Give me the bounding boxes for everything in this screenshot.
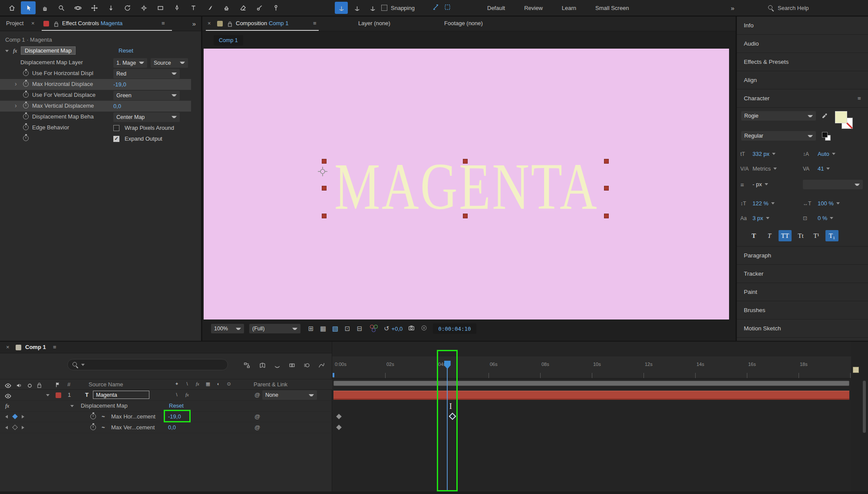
property-value[interactable]: -19,0 [168,413,181,420]
workspace-learn[interactable]: Learn [562,5,576,11]
subscript-button[interactable]: T₁ [825,230,838,241]
effect-row[interactable]: fx Displacement Map Reset [0,401,332,412]
checkbox[interactable] [113,136,119,142]
fill-stroke-swatches[interactable] [835,111,855,130]
layer-color-chip[interactable] [56,392,61,398]
tab-project[interactable]: Project [6,20,23,26]
rotation-tool[interactable] [120,1,135,14]
tab-layer[interactable]: Layer (none) [358,20,390,26]
effect-name[interactable]: Displacement Map [21,46,76,55]
stopwatch-icon[interactable] [23,70,29,76]
stopwatch-icon[interactable] [23,125,29,130]
pickwhip-icon[interactable]: @ [254,424,260,431]
effect-expander-icon[interactable] [70,405,74,407]
expander-icon[interactable]: › [15,80,17,87]
stopwatch-icon[interactable] [23,81,29,87]
clone-stamp-tool[interactable] [219,1,234,14]
source-name-column[interactable]: Source Name [89,381,123,388]
brush-tool[interactable] [202,1,217,14]
panel-audio[interactable]: Audio [737,35,868,53]
dropdown[interactable]: Green [113,91,180,100]
layer-name[interactable]: Magenta [93,391,149,399]
tab-footage[interactable]: Footage (none) [444,20,483,26]
layer-visibility-icon[interactable] [4,392,12,401]
layer-expander-icon[interactable] [46,394,50,396]
stroke-style-dropdown[interactable] [803,180,863,189]
checkbox[interactable] [113,125,119,131]
dropdown[interactable]: 1. Mage [113,58,147,68]
faux-italic-button[interactable]: T [763,230,776,241]
selection-handle[interactable] [604,159,609,164]
next-keyframe-icon[interactable] [22,415,24,418]
property-value[interactable]: 0,0 [168,424,176,431]
font-size-field[interactable]: 332 px [752,151,776,157]
view-axis-mode[interactable] [366,2,379,14]
effect-expander-icon[interactable] [5,50,9,52]
workspace-overflow-button[interactable]: » [731,4,734,12]
faux-bold-button[interactable]: T [747,230,760,241]
dropdown[interactable]: Red [113,69,180,79]
font-family-dropdown[interactable]: Rogie [741,111,816,121]
timeline-graph-area[interactable]: 0:00s02s04s06s08s10s12s14s16s18s20s I [332,342,851,494]
tab-effect-controls[interactable]: Effect Controls Magenta [62,20,122,26]
graph-editor-icon[interactable] [316,361,327,369]
resolution-dropdown[interactable]: (Full) [249,324,300,333]
anchor-point-icon[interactable] [317,166,328,177]
panel-align[interactable]: Align [737,71,868,89]
pen-tool[interactable] [169,1,184,14]
work-area-start-marker[interactable] [333,373,334,377]
stopwatch-icon[interactable] [90,414,96,419]
baseline-shift-field[interactable]: 3 px [752,215,769,221]
type-tool[interactable] [186,1,201,14]
panel-brushes[interactable]: Brushes [737,301,868,319]
viewer-timecode[interactable]: 0:00:04:10 [433,323,476,334]
kerning-field[interactable]: Metrics [752,165,777,172]
orbit-camera-tool[interactable] [70,1,85,14]
dropdown[interactable]: Center Map [113,112,180,122]
tsume-field[interactable]: 0 % [818,215,833,221]
comp-navigator-tab[interactable]: Comp 1 [214,35,243,46]
panel-character[interactable]: Character≡ [737,89,868,108]
tab-composition[interactable]: Composition Comp 1 [236,20,288,26]
effect-reset-link[interactable]: Reset [169,402,184,409]
hand-tool[interactable] [37,1,52,14]
effect-name[interactable]: Displacement Map [81,402,128,409]
viewer-layout-icon[interactable]: ⊟ [354,324,365,333]
motion-blur-icon[interactable] [301,361,312,369]
project-close-icon[interactable]: × [31,20,35,26]
parent-dropdown[interactable]: None [262,390,317,400]
composition-viewer[interactable]: MAGENTA [204,49,729,319]
dolly-camera-tool[interactable] [103,1,118,14]
panel-paragraph[interactable]: Paragraph [737,247,868,265]
take-snapshot-icon[interactable] [408,324,415,333]
keyframe-diamond[interactable] [336,425,342,430]
selection-handle[interactable] [322,186,327,191]
region-of-interest-icon[interactable]: ⊡ [342,324,353,333]
selection-handle[interactable] [604,214,609,218]
layer-quality-icon[interactable]: \ [172,392,182,397]
horizontal-scrollbar[interactable] [0,491,868,494]
snap-guides-icon[interactable] [432,3,439,12]
stopwatch-icon[interactable] [23,135,29,141]
selection-handle[interactable] [463,214,468,218]
selection-tool[interactable] [21,1,36,14]
panel-menu-icon[interactable]: ≡ [162,20,165,26]
stopwatch-icon[interactable] [23,114,29,119]
property-name[interactable]: Max Ver...cement [111,424,155,431]
snap-box-icon[interactable] [444,3,451,12]
layer-effects-icon[interactable]: fx [182,392,192,397]
pan-behind-tool[interactable] [136,1,151,14]
small-caps-button[interactable]: Tt [794,230,807,241]
stopwatch-icon[interactable] [23,103,29,109]
selection-handle[interactable] [322,159,327,164]
selection-handle[interactable] [463,159,468,164]
comp-menu-icon[interactable]: ≡ [313,20,317,26]
workspace-review[interactable]: Review [524,5,543,11]
panel-tracker[interactable]: Tracker [737,265,868,283]
keyframe-diamond[interactable] [336,414,342,419]
character-menu-icon[interactable]: ≡ [858,95,861,102]
roto-brush-tool[interactable] [252,1,267,14]
shape-tool[interactable] [153,1,168,14]
vertical-scale-field[interactable]: 122 % [752,200,775,207]
more-panels-icon[interactable]: » [192,20,196,27]
